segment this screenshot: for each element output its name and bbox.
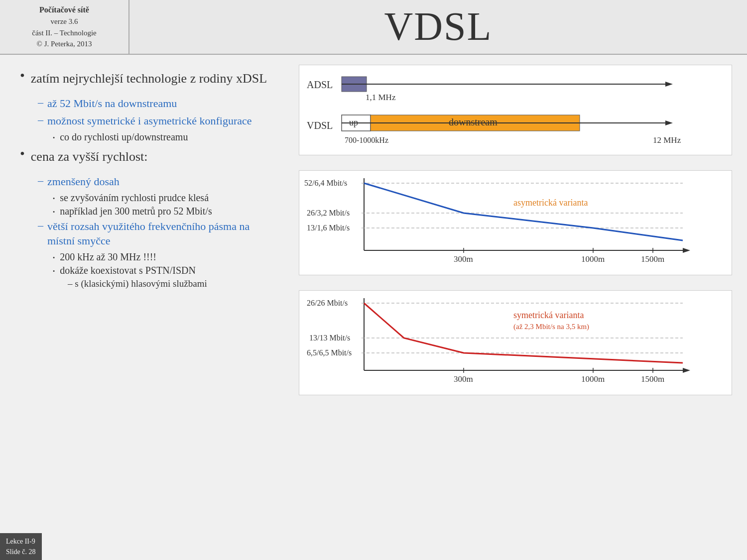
svg-marker-2 — [665, 82, 673, 87]
sub-sub-sub-item: – s (klasickými) hlasovými službami — [68, 278, 274, 289]
sub-sub-item-2-2-1: • 200 kHz až 30 MHz !!!! — [53, 251, 274, 263]
sub-sub-sub-text: – s (klasickými) hlasovými službami — [68, 278, 207, 289]
sub-sub-text-2-2-2: dokáže koexistovat s PSTN/ISDN — [60, 265, 196, 276]
right-column: ADSL 1,1 MHz VDSL up downstream — [289, 55, 747, 538]
sub-sub-item-2-1-1: • se zvyšováním rychlosti prudce klesá — [53, 192, 274, 204]
frequency-diagram: ADSL 1,1 MHz VDSL up downstream — [299, 65, 732, 155]
svg-text:(až 2,3 Mbit/s na 3,5 km): (až 2,3 Mbit/s na 3,5 km) — [513, 323, 589, 331]
left-column: • zatím nejrychlejší technologie z rodin… — [0, 55, 289, 538]
footer-line2: Slide č. 28 — [6, 547, 36, 557]
svg-text:700-1000kHz: 700-1000kHz — [345, 136, 388, 144]
header-left: Počítačové sítě verze 3.6 část II. – Tec… — [0, 0, 129, 54]
bullet-2: • cena za vyšší rychlost: — [20, 148, 274, 165]
sub-text-1-1: až 52 Mbit/s na downstreamu — [47, 96, 177, 111]
svg-text:symetrická  varianta: symetrická varianta — [513, 310, 584, 320]
asymmetric-chart: 52/6,4 Mbit/s 26/3,2 Mbit/s 13/1,6 Mbit/… — [299, 170, 732, 275]
dot-small-3: • — [53, 209, 55, 216]
sym-svg: 26/26 Mbit/s 13/13 Mbit/s 6,5/6,5 Mbit/s… — [304, 293, 713, 390]
adsl-label: ADSL — [307, 79, 333, 90]
svg-text:1500m: 1500m — [641, 374, 664, 384]
dash-1-2: – — [38, 113, 43, 126]
footer-line1: Lekce II-9 — [6, 536, 36, 547]
sub-text-2-1: zmenšený dosah — [47, 174, 120, 189]
dash-1-1: – — [38, 96, 43, 109]
bullet-1-subs: – až 52 Mbit/s na downstreamu – možnost … — [38, 96, 274, 143]
bullet-dot-1: • — [20, 68, 25, 84]
bullet-2-subs: – zmenšený dosah • se zvyšováním rychlos… — [38, 174, 274, 289]
freq-svg: ADSL 1,1 MHz VDSL up downstream — [307, 69, 715, 149]
svg-text:1,1 MHz: 1,1 MHz — [366, 93, 396, 102]
sub-sub-items-2-2: • 200 kHz až 30 MHz !!!! • dokáže koexis… — [53, 251, 274, 289]
symmetric-chart: 26/26 Mbit/s 13/13 Mbit/s 6,5/6,5 Mbit/s… — [299, 290, 732, 395]
svg-marker-31 — [683, 368, 690, 373]
svg-text:13/13 Mbit/s: 13/13 Mbit/s — [309, 334, 350, 342]
sub-sub-text-2-2-1: 200 kHz až 30 MHz !!!! — [60, 251, 156, 263]
bullet-1-text: zatím nejrychlejší technologie z rodiny … — [31, 70, 267, 87]
svg-text:1000m: 1000m — [581, 254, 605, 264]
version: verze 3.6 — [5, 16, 124, 27]
sub-sub-item-2-1-2: • například jen 300 metrů pro 52 Mbit/s — [53, 206, 274, 217]
dot-small-1: • — [53, 134, 55, 142]
sub-sub-items-2-1: • se zvyšováním rychlosti prudce klesá •… — [53, 192, 274, 217]
sub-item-1-2: – možnost symetrické i asymetrické konfi… — [38, 113, 274, 128]
svg-text:52/6,4 Mbit/s: 52/6,4 Mbit/s — [304, 179, 347, 187]
svg-marker-15 — [683, 248, 690, 253]
sub-sub-text-2-1-1: se zvyšováním rychlosti prudce klesá — [60, 192, 209, 204]
dot-small-4: • — [53, 254, 55, 262]
sub-sub-items-1: • co do rychlosti up/downstreamu — [53, 131, 274, 143]
footer: Lekce II-9 Slide č. 28 — [0, 533, 42, 560]
main-content: • zatím nejrychlejší technologie z rodin… — [0, 55, 747, 538]
svg-text:300m: 300m — [454, 254, 473, 264]
svg-text:downstream: downstream — [449, 116, 498, 127]
svg-text:VDSL: VDSL — [307, 120, 333, 131]
svg-text:300m: 300m — [454, 374, 473, 384]
course-title: Počítačové sítě — [5, 4, 124, 16]
bullet-dot-2: • — [20, 146, 25, 162]
sub-sub-item-1-2-1: • co do rychlosti up/downstreamu — [53, 131, 274, 143]
sub-item-2-2: – větší rozsah využitého frekvenčního pá… — [38, 219, 274, 248]
sub-sub-text-1-2-1: co do rychlosti up/downstreamu — [60, 131, 188, 143]
asym-svg: 52/6,4 Mbit/s 26/3,2 Mbit/s 13/1,6 Mbit/… — [304, 173, 713, 270]
bullet-1: • zatím nejrychlejší technologie z rodin… — [20, 70, 274, 87]
svg-text:26/26 Mbit/s: 26/26 Mbit/s — [307, 299, 348, 307]
sub-item-2-1: – zmenšený dosah — [38, 174, 274, 189]
copyright: © J. Peterka, 2013 — [5, 38, 124, 50]
header-right: VDSL — [129, 0, 747, 54]
dash-2-2: – — [38, 219, 43, 232]
dot-small-5: • — [53, 268, 55, 275]
svg-marker-10 — [665, 120, 673, 125]
svg-text:12 MHz: 12 MHz — [653, 135, 681, 145]
dash-2-1: – — [38, 174, 43, 187]
svg-text:13/1,6 Mbit/s: 13/1,6 Mbit/s — [307, 224, 350, 232]
svg-text:1500m: 1500m — [641, 254, 664, 264]
part: část II. – Technologie — [5, 27, 124, 39]
header: Počítačové sítě verze 3.6 část II. – Tec… — [0, 0, 747, 55]
svg-text:6,5/6,5 Mbit/s: 6,5/6,5 Mbit/s — [307, 348, 352, 357]
svg-text:26/3,2 Mbit/s: 26/3,2 Mbit/s — [307, 209, 350, 217]
sub-text-1-2: možnost symetrické i asymetrické konfigu… — [47, 113, 252, 128]
svg-text:asymetrická  varianta: asymetrická varianta — [513, 198, 588, 208]
sub-item-1-1: – až 52 Mbit/s na downstreamu — [38, 96, 274, 111]
dot-small-2: • — [53, 195, 55, 203]
sub-text-2-2: větší rozsah využitého frekvenčního pásm… — [47, 219, 274, 248]
svg-text:1000m: 1000m — [581, 374, 605, 384]
slide-title: VDSL — [384, 4, 493, 49]
sub-sub-item-2-2-2: • dokáže koexistovat s PSTN/ISDN — [53, 265, 274, 276]
bullet-2-text: cena za vyšší rychlost: — [31, 148, 148, 165]
sub-sub-text-2-1-2: například jen 300 metrů pro 52 Mbit/s — [60, 206, 212, 217]
